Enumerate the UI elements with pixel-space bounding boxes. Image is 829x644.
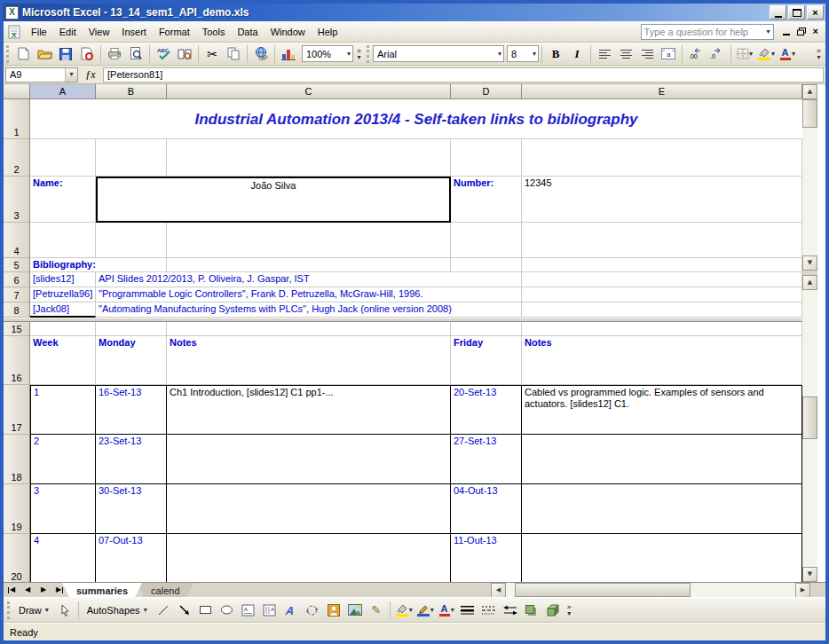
save-button[interactable] — [55, 44, 76, 64]
scroll-up-button-bottom[interactable]: ▲ — [802, 275, 817, 290]
cell-week-4[interactable]: 4 — [30, 534, 96, 582]
cell-b2[interactable] — [96, 139, 167, 177]
drawing-toolbar-options-button[interactable]: » ▾ — [564, 601, 575, 620]
rectangle-tool-button[interactable] — [195, 601, 217, 620]
menu-help[interactable]: Help — [312, 23, 344, 41]
shadow-style-button[interactable] — [521, 601, 542, 620]
cell-friday-4[interactable]: 11-Out-13 — [451, 534, 522, 582]
cell-bib-ref-3[interactable]: "Automating Manufacturing Systems with P… — [96, 302, 522, 318]
font-size-select[interactable]: 8 ▾ — [507, 45, 539, 62]
cell-d5[interactable] — [451, 258, 522, 272]
cell-e15[interactable] — [522, 322, 802, 336]
row-header-16[interactable]: 16 — [4, 336, 30, 385]
insert-picture-button[interactable] — [344, 601, 366, 620]
zoom-select[interactable]: 100% ▾ — [302, 45, 353, 62]
line-style-button[interactable] — [457, 601, 478, 620]
minimize-button[interactable] — [770, 5, 786, 20]
cell-monday-3[interactable]: 30-Set-13 — [96, 484, 167, 534]
scroll-track-bottom-lower[interactable] — [802, 439, 817, 567]
row-header-1[interactable]: 1 — [4, 99, 30, 139]
cell-friday-1[interactable]: 20-Set-13 — [451, 385, 522, 435]
cell-name-value[interactable]: João Silva — [96, 177, 451, 223]
hscroll-track-left[interactable] — [506, 583, 515, 597]
drawing-toolbar-grip[interactable] — [7, 601, 10, 619]
row-header-20[interactable]: 20 — [4, 534, 30, 582]
workbook-restore-button[interactable] — [797, 27, 806, 35]
name-box[interactable]: A9 ▾ — [5, 67, 78, 82]
cut-button[interactable]: ✂ — [201, 44, 223, 64]
cell-e5[interactable] — [522, 258, 802, 272]
sheet-tab-summaries[interactable]: summaries — [62, 583, 142, 597]
cell-monday-notes-2[interactable] — [167, 435, 451, 484]
cell-friday-notes-4[interactable] — [522, 534, 802, 582]
cell-header-friday[interactable]: Friday — [451, 336, 522, 385]
help-question-box[interactable]: Type a question for help ▾ — [641, 24, 774, 40]
scroll-thumb-top[interactable] — [802, 99, 817, 128]
scroll-right-button[interactable]: ▶ — [795, 583, 810, 598]
cell-d2[interactable] — [451, 139, 522, 177]
formatting-toolbar-grip[interactable] — [367, 45, 369, 63]
cell-friday-notes-3[interactable] — [522, 484, 802, 534]
insert-clip-art-button[interactable] — [323, 601, 344, 620]
insert-hyperlink-button[interactable] — [250, 44, 272, 64]
row-header-6[interactable]: 6 — [4, 272, 30, 287]
next-sheet-button[interactable]: ▶ — [36, 583, 51, 597]
cell-friday-notes-1[interactable]: Cabled vs programmed logic. Examples of … — [522, 385, 802, 435]
draw-fill-color-button[interactable]: ▾ — [393, 601, 414, 620]
formula-input[interactable]: [Peterson81] — [103, 67, 824, 82]
copy-button[interactable] — [223, 44, 244, 64]
menu-insert[interactable]: Insert — [115, 23, 153, 41]
cell-e7[interactable] — [522, 287, 802, 302]
row-header-8[interactable]: 8 — [4, 302, 30, 318]
vertical-text-box-button[interactable]: A — [259, 601, 280, 620]
spelling-button[interactable]: ABC — [153, 44, 174, 64]
cell-header-week[interactable]: Week — [30, 336, 96, 385]
first-sheet-button[interactable]: ◀ — [4, 583, 20, 597]
dash-style-button[interactable] — [478, 601, 500, 620]
permission-button[interactable] — [76, 44, 98, 64]
menu-file[interactable]: File — [25, 23, 53, 41]
font-name-select[interactable]: Arial ▾ — [373, 45, 504, 62]
cell-e4[interactable] — [522, 223, 802, 258]
menu-window[interactable]: Window — [264, 23, 312, 41]
cell-d15[interactable] — [451, 322, 522, 336]
cell-friday-2[interactable]: 27-Set-13 — [451, 435, 522, 484]
scroll-down-button-top[interactable]: ▼ — [802, 255, 817, 271]
oval-tool-button[interactable] — [217, 601, 238, 620]
menu-view[interactable]: View — [83, 23, 116, 41]
cell-d4[interactable] — [451, 223, 522, 258]
cell-c15[interactable] — [167, 322, 451, 336]
decrease-decimal-button[interactable]: .0 — [707, 44, 728, 64]
row-header-3[interactable]: 3 — [4, 177, 30, 223]
formatting-toolbar-options-button[interactable]: » ▾ — [813, 44, 825, 64]
select-all-corner[interactable] — [4, 84, 30, 99]
cell-number-label[interactable]: Number: — [451, 177, 522, 223]
row-header-15[interactable]: 15 — [4, 322, 30, 336]
align-right-button[interactable] — [636, 44, 658, 64]
insert-wordart-button[interactable]: A — [280, 601, 302, 620]
cell-monday-4[interactable]: 07-Out-13 — [96, 534, 167, 582]
insert-diagram-button[interactable] — [302, 601, 323, 620]
column-header-a[interactable]: A — [30, 84, 96, 99]
cell-header-monday[interactable]: Monday — [96, 336, 167, 385]
menu-data[interactable]: Data — [231, 23, 264, 41]
cell-e8[interactable] — [522, 302, 802, 318]
name-box-dropdown[interactable]: ▾ — [65, 68, 77, 82]
row-header-18[interactable]: 18 — [4, 435, 30, 484]
menu-edit[interactable]: Edit — [53, 23, 83, 41]
cell-a4[interactable] — [30, 223, 96, 258]
fill-color-button[interactable]: ▾ — [755, 44, 777, 64]
cell-a2[interactable] — [30, 139, 96, 177]
line-color-button[interactable]: ▾ — [414, 601, 436, 620]
cell-bib-ref-2[interactable]: "Programmable Logic Controllers", Frank … — [96, 287, 522, 302]
cell-bib-key-1[interactable]: [slides12] — [30, 272, 96, 287]
open-button[interactable] — [34, 44, 55, 64]
insert-function-button[interactable]: ƒx — [80, 67, 101, 82]
scroll-up-button-top[interactable]: ▲ — [802, 84, 817, 99]
cell-week-2[interactable]: 2 — [30, 435, 96, 484]
print-button[interactable] — [104, 44, 125, 64]
cell-header-notes-2[interactable]: Notes — [522, 336, 802, 385]
hscroll-track-right[interactable] — [691, 583, 795, 597]
cell-e2[interactable] — [522, 139, 802, 177]
cell-bib-key-2[interactable]: [Petruzella96] — [30, 287, 96, 302]
